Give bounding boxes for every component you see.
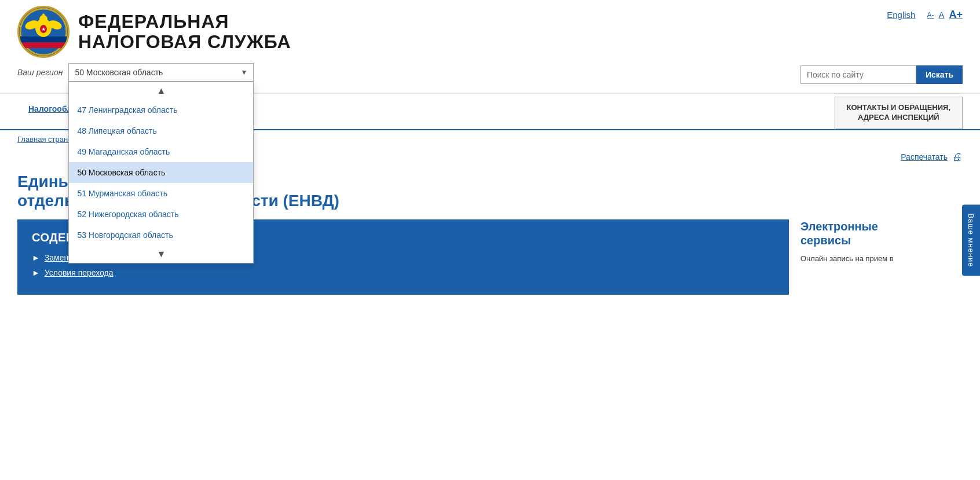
font-size-controls: А- А А+ <box>927 9 963 21</box>
chevron-down-icon: ▼ <box>241 68 248 76</box>
dropdown-scroll-up-icon[interactable]: ▲ <box>69 82 253 100</box>
contacts-line1: КОНТАКТЫ И ОБРАЩЕНИЯ, <box>847 103 950 113</box>
org-title-line2: НАЛОГОВАЯ СЛУЖБА <box>78 32 291 52</box>
font-normal-button[interactable]: А <box>938 10 944 20</box>
svg-text:★: ★ <box>42 27 46 31</box>
printer-icon[interactable]: 🖨 <box>952 151 963 163</box>
header-right: English А- А А+ <box>887 6 963 21</box>
org-title: ФЕДЕРАЛЬНАЯ НАЛОГОВАЯ СЛУЖБА <box>78 12 291 52</box>
feedback-label: Ваше мнение <box>967 213 975 267</box>
logo-image: ★ <box>17 6 70 58</box>
region-select-display[interactable]: 50 Московская область ▼ <box>68 63 254 82</box>
dropdown-item-53[interactable]: 53 Новгородская область <box>69 225 253 246</box>
logo-area: ★ ФЕДЕРАЛЬНАЯ НАЛОГОВАЯ СЛУЖБА <box>17 6 887 58</box>
font-increase-button[interactable]: А+ <box>949 9 963 21</box>
search-button[interactable]: Искать <box>916 65 963 84</box>
dropdown-item-49[interactable]: 49 Магаданская область <box>69 141 253 162</box>
toc-arrow-icon-0: ► <box>32 253 40 262</box>
sidebar-services-title: Электронные сервисы <box>800 219 963 247</box>
svg-rect-1 <box>20 42 67 48</box>
toc-link-1[interactable]: Условия перехода <box>45 268 114 277</box>
content-right: Электронные сервисы Онлайн запись на при… <box>800 219 963 295</box>
region-selected-value: 50 Московская область <box>75 68 163 77</box>
toc-arrow-icon-1: ► <box>32 268 40 277</box>
sidebar-services-text: Онлайн запись на прием в <box>800 253 963 265</box>
dropdown-item-48[interactable]: 48 Липецкая область <box>69 120 253 141</box>
header-middle: Ваш регион 50 Московская область ▼ ▲ 47 … <box>0 58 980 87</box>
region-dropdown[interactable]: ▲ 47 Ленинградская область 48 Липецкая о… <box>68 82 254 263</box>
language-link[interactable]: English <box>887 10 915 20</box>
region-selector-wrapper: 50 Московская область ▼ ▲ 47 Ленинградск… <box>68 63 254 82</box>
dropdown-item-47[interactable]: 47 Ленинградская область <box>69 100 253 120</box>
toc-item-1: ► Условия перехода <box>32 268 774 277</box>
lang-font-row: English А- А А+ <box>887 9 963 21</box>
svg-rect-2 <box>20 36 67 42</box>
search-area: Искать <box>800 65 963 84</box>
font-decrease-button[interactable]: А- <box>927 11 934 19</box>
region-label: Ваш регион <box>17 68 63 77</box>
search-input[interactable] <box>800 65 916 84</box>
contacts-line2: АДРЕСА ИНСПЕКЦИЙ <box>847 113 950 123</box>
dropdown-item-52[interactable]: 52 Нижегородская область <box>69 204 253 225</box>
dropdown-item-50[interactable]: 50 Московская область <box>69 162 253 183</box>
feedback-tab[interactable]: Ваше мнение <box>962 204 980 276</box>
org-title-line1: ФЕДЕРАЛЬНАЯ <box>78 12 291 32</box>
dropdown-item-51[interactable]: 51 Мурманская область <box>69 183 253 204</box>
dropdown-scroll-down-icon[interactable]: ▼ <box>69 246 253 263</box>
print-link[interactable]: Распечатать <box>901 152 948 162</box>
contacts-button[interactable]: КОНТАКТЫ И ОБРАЩЕНИЯ, АДРЕСА ИНСПЕКЦИЙ <box>835 97 963 129</box>
